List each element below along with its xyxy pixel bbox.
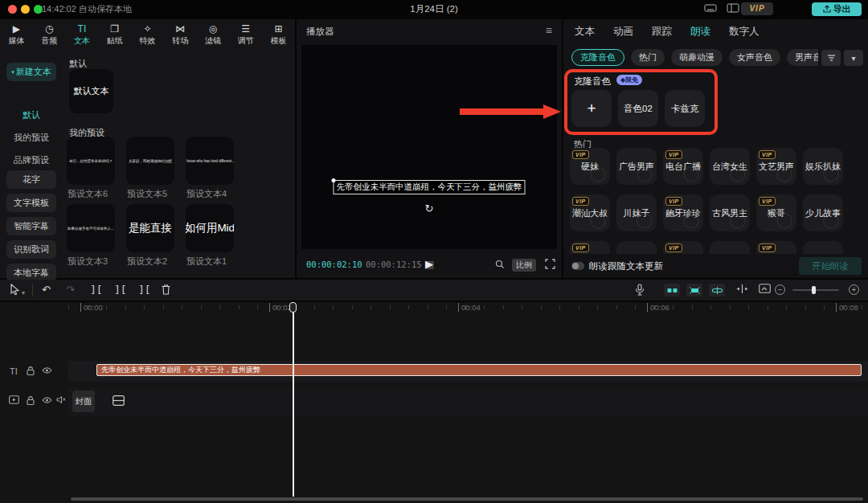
adapt-timeline-icon[interactable] (736, 284, 748, 294)
voice-filter-button[interactable] (821, 50, 841, 66)
lock-icon[interactable] (26, 395, 35, 406)
auto-link-icon[interactable] (686, 284, 702, 296)
tab-filters[interactable]: ◎滤镜 (205, 23, 221, 47)
sidebar-item-text-template[interactable]: 文字模板 (6, 194, 56, 212)
redo-icon[interactable]: ↷ (66, 284, 75, 296)
sidebar-item-lyrics-recognition[interactable]: 识别歌词 (6, 240, 56, 259)
eye-icon[interactable] (42, 396, 52, 404)
select-tool-caret[interactable]: ▾ (22, 287, 25, 300)
voice-card[interactable]: VIP龅牙珍珍 (663, 194, 703, 231)
category-more-button[interactable]: ▾ (844, 50, 863, 66)
preview-window-icon[interactable] (759, 284, 771, 293)
vip-badge[interactable]: VIP (741, 2, 773, 15)
voice-card[interactable]: VIP硬妹 (570, 148, 610, 185)
record-voiceover-icon[interactable] (635, 284, 645, 296)
player-controls: 00:00:02:10 00:00:12:15 ▦ ▶ 比例 (297, 251, 562, 278)
sidebar-item-brand-presets[interactable]: 品牌预设 (0, 154, 63, 166)
sidebar-item-fancy-text[interactable]: 花字 (6, 170, 56, 189)
add-clone-voice-button[interactable]: + (571, 90, 612, 127)
clone-voice-card[interactable]: 卡兹克 (665, 90, 705, 127)
play-button[interactable]: ▶ (425, 258, 433, 270)
player-menu-icon[interactable]: ≡ (546, 24, 552, 37)
tab-templates[interactable]: ⊞模板 (271, 23, 287, 47)
playhead[interactable] (293, 302, 294, 497)
voice-card[interactable]: VIP潮汕大叔 (570, 194, 610, 231)
layout-switch-icon[interactable] (727, 2, 739, 14)
category-male[interactable]: 男声音色 (787, 49, 818, 66)
voice-card[interactable]: 广告男声 (616, 148, 657, 185)
voice-card[interactable]: VIP猴哥 (756, 194, 796, 231)
tab-audio[interactable]: ◷音频 (41, 23, 57, 47)
tab-text[interactable]: 文本 (575, 25, 595, 39)
zoom-out-icon[interactable]: − (775, 284, 785, 295)
sidebar-item-smart-captions[interactable]: 智能字幕 (6, 217, 56, 235)
voice-card[interactable]: 娱乐扒妹 (803, 148, 843, 185)
trim-left-icon[interactable]: ][ (114, 284, 127, 296)
selection-handle[interactable] (332, 178, 336, 182)
timeline-ruler[interactable]: 00:00 00:02 00:04 00:06 00:08 (68, 302, 868, 313)
magnetic-snap-icon[interactable] (664, 284, 680, 296)
preset-card-5[interactable]: 大家好，既然唐纳德特别想 (126, 137, 174, 185)
preview-axis-icon[interactable] (709, 284, 725, 296)
fullscreen-icon[interactable] (545, 259, 555, 269)
delete-icon[interactable] (161, 284, 171, 295)
tab-effects[interactable]: ✧特效 (139, 23, 155, 47)
subtitle-text-box[interactable]: 先帝创业未半而中道崩殂，今天下三分，益州疲弊 (334, 180, 526, 194)
undo-icon[interactable]: ↶ (42, 284, 51, 296)
sidebar-item-my-presets[interactable]: 我的预设 (0, 132, 63, 144)
clone-voice-card[interactable]: 音色02 (618, 90, 658, 127)
tab-transitions[interactable]: ⋈转场 (172, 23, 188, 47)
category-clone-voice[interactable]: 克隆音色 (571, 49, 624, 66)
preset-card-1[interactable]: 如何用Mid (186, 204, 234, 252)
tab-text-to-speech[interactable]: 朗读 (690, 25, 710, 39)
slider-knob[interactable] (812, 286, 816, 294)
tab-tracking[interactable]: 跟踪 (652, 25, 672, 39)
timeline-zoom-slider[interactable] (792, 289, 839, 291)
voice-card[interactable]: 古风男主 (710, 194, 750, 231)
voice-card[interactable]: 少儿故事 (803, 194, 843, 231)
voice-card[interactable]: 台湾女生 (710, 148, 750, 185)
player-header: 播放器 ≡ (297, 19, 562, 42)
horizontal-scrollbar[interactable] (71, 497, 863, 501)
tab-digital-human[interactable]: 数字人 (729, 25, 760, 39)
preset-card-3[interactable]: 如果自做手有不可把者的人... (67, 204, 115, 252)
preset-card-6[interactable]: 老巴，你性得争监益样吗？ (67, 137, 115, 185)
category-hot[interactable]: 热门 (631, 49, 665, 66)
tab-sticker[interactable]: ❐贴纸 (107, 23, 123, 47)
select-tool-icon[interactable] (10, 284, 20, 295)
category-cute-anime[interactable]: 萌趣动漫 (671, 49, 723, 66)
subtitle-clip[interactable]: 先帝创业未半而中道崩殂，今天下三分，益州疲弊 (96, 364, 862, 376)
preset-card-2[interactable]: 是能直接 (126, 204, 174, 252)
tab-animation[interactable]: 动画 (613, 25, 633, 39)
mute-track-icon[interactable] (56, 395, 66, 404)
zoom-in-icon[interactable]: + (849, 284, 859, 295)
tab-media[interactable]: ▶媒体 (8, 23, 24, 47)
follow-text-toggle[interactable] (571, 262, 584, 270)
start-reading-button[interactable]: 开始朗读 (799, 257, 862, 275)
voice-card[interactable]: 川妹子 (616, 194, 657, 231)
playhead-handle[interactable] (289, 302, 297, 313)
rotate-handle-icon[interactable]: ↻ (425, 202, 434, 215)
voice-card[interactable]: VIP文艺男声 (756, 148, 796, 185)
sidebar-item-default[interactable]: 默认 (0, 109, 63, 121)
export-button[interactable]: 导出 (812, 2, 862, 16)
split-clip-icon[interactable]: ][ (90, 284, 103, 296)
preset-card-4[interactable]: I know who has tried different... (186, 137, 234, 185)
aspect-ratio-button[interactable]: 比例 (512, 259, 536, 272)
lock-icon[interactable] (26, 366, 35, 376)
sidebar-item-new-text[interactable]: ▾ 新建文本 (6, 63, 56, 81)
trim-right-icon[interactable]: ][ (138, 284, 151, 296)
tab-text[interactable]: TI文本 (74, 23, 90, 47)
category-female[interactable]: 女声音色 (729, 49, 780, 66)
default-text-card[interactable]: 默认文本 (69, 69, 113, 113)
video-preview[interactable]: 先帝创业未半而中道崩殂，今天下三分，益州疲弊 ↻ (301, 45, 557, 249)
filters-icon: ◎ (209, 23, 217, 35)
preview-zoom-icon[interactable] (494, 259, 506, 270)
shortcut-keyboard-icon[interactable] (704, 2, 717, 14)
vip-badge: VIP (665, 197, 682, 206)
eye-icon[interactable] (42, 366, 52, 374)
voice-card[interactable]: VIP电台广播 (663, 148, 703, 185)
cover-button[interactable]: 封面 (72, 391, 95, 412)
tab-adjust[interactable]: ☰调节 (238, 23, 254, 47)
video-clip-thumbnail[interactable] (113, 395, 125, 406)
